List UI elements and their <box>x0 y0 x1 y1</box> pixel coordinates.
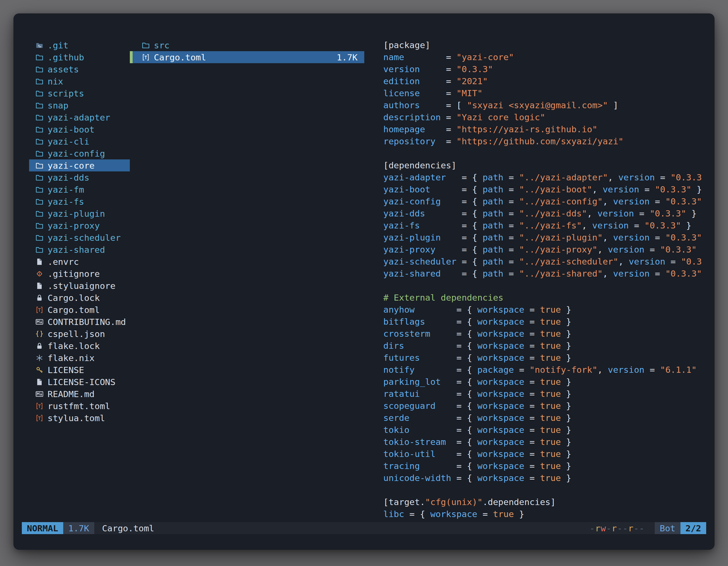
preview-line: # External dependencies <box>383 292 702 304</box>
lock-icon <box>35 293 44 302</box>
folder-icon <box>35 137 44 146</box>
file-permissions: -rw-r--r-- <box>590 523 645 533</box>
folder-icon <box>35 245 44 255</box>
dir-item-src[interactable]: src <box>130 39 364 51</box>
item-size: 1.7K <box>332 52 358 62</box>
preview-line: bitflags = { workspace = true } <box>383 316 702 328</box>
dir-item-nix[interactable]: nix <box>29 75 130 87</box>
preview-line: [target."cfg(unix)".dependencies] <box>383 496 702 508</box>
file-icon <box>35 281 44 290</box>
preview-line <box>383 484 702 496</box>
file-item-CONTRIBUTING.md[interactable]: CONTRIBUTING.md <box>29 316 130 328</box>
preview-line: unicode-width = { workspace = true } <box>383 472 702 484</box>
folder-icon <box>35 173 44 182</box>
dir-item-scripts[interactable]: scripts <box>29 87 130 99</box>
toml-icon <box>35 305 44 314</box>
preview-line: tokio-stream = { workspace = true } <box>383 436 702 448</box>
item-label: LICENSE <box>48 365 84 375</box>
preview-line: libc = { workspace = true } <box>383 508 702 520</box>
preview-line: yazi-scheduler = { path = "../yazi-sched… <box>383 256 702 268</box>
dir-item-yazi-shared[interactable]: yazi-shared <box>29 244 130 256</box>
file-item-stylua.toml[interactable]: stylua.toml <box>29 412 130 424</box>
dir-item-yazi-dds[interactable]: yazi-dds <box>29 172 130 184</box>
file-item-.gitignore[interactable]: .gitignore <box>29 268 130 280</box>
file-item-LICENSE-ICONS[interactable]: LICENSE-ICONS <box>29 376 130 388</box>
preview-line: yazi-boot = { path = "../yazi-boot", ver… <box>383 184 702 196</box>
item-label: nix <box>48 76 63 86</box>
folder-icon <box>35 113 44 122</box>
position-badge: Bot <box>655 522 680 534</box>
preview-pane: [package]name = "yazi-core"version = "0.… <box>383 39 702 522</box>
dir-item-yazi-scheduler[interactable]: yazi-scheduler <box>29 232 130 244</box>
dir-item-assets[interactable]: assets <box>29 63 130 75</box>
json-icon <box>35 329 44 339</box>
folder-icon <box>35 221 44 231</box>
file-item-Cargo.lock[interactable]: Cargo.lock <box>29 292 130 304</box>
folder-icon <box>35 233 44 243</box>
file-item-LICENSE[interactable]: LICENSE <box>29 364 130 376</box>
file-item-Cargo.toml[interactable]: Cargo.toml1.7K <box>130 51 364 63</box>
file-item-Cargo.toml[interactable]: Cargo.toml <box>29 304 130 316</box>
item-label: .envrc <box>48 257 79 267</box>
preview-line: [dependencies] <box>383 159 702 172</box>
dir-item-yazi-config[interactable]: yazi-config <box>29 147 130 159</box>
dir-item-yazi-fs[interactable]: yazi-fs <box>29 196 130 208</box>
dir-item-yazi-boot[interactable]: yazi-boot <box>29 123 130 135</box>
preview-line: license = "MIT" <box>383 87 702 99</box>
item-label: cspell.json <box>48 329 105 339</box>
preview-line: edition = "2021" <box>383 75 702 87</box>
dir-item-yazi-plugin[interactable]: yazi-plugin <box>29 208 130 220</box>
preview-line <box>383 280 702 292</box>
file-item-cspell.json[interactable]: cspell.json <box>29 328 130 340</box>
preview-line: version = "0.3.3" <box>383 63 702 75</box>
item-label: Cargo.toml <box>154 52 206 62</box>
preview-line: anyhow = { workspace = true } <box>383 304 702 316</box>
file-item-.envrc[interactable]: .envrc <box>29 256 130 268</box>
dir-item-yazi-cli[interactable]: yazi-cli <box>29 135 130 147</box>
dir-item-.github[interactable]: .github <box>29 51 130 63</box>
item-label: LICENSE-ICONS <box>48 377 116 387</box>
dir-item-yazi-proxy[interactable]: yazi-proxy <box>29 220 130 232</box>
preview-line: yazi-plugin = { path = "../yazi-plugin",… <box>383 232 702 244</box>
toml-icon <box>35 413 44 423</box>
dir-item-snap[interactable]: snap <box>29 99 130 111</box>
file-item-rustfmt.toml[interactable]: rustfmt.toml <box>29 400 130 412</box>
preview-line: ratatui = { workspace = true } <box>383 388 702 400</box>
file-icon <box>35 257 44 267</box>
preview-line: tracing = { workspace = true } <box>383 460 702 472</box>
file-item-.styluaignore[interactable]: .styluaignore <box>29 280 130 292</box>
git-icon <box>35 269 44 279</box>
file-item-README.md[interactable]: README.md <box>29 388 130 400</box>
preview-line: crossterm = { workspace = true } <box>383 328 702 340</box>
dir-item-yazi-adapter[interactable]: yazi-adapter <box>29 111 130 123</box>
dir-item-.git[interactable]: .git <box>29 39 130 51</box>
folder-icon <box>35 101 44 110</box>
folder-icon <box>35 53 44 62</box>
mode-badge: NORMAL <box>22 522 63 534</box>
item-label: .github <box>48 52 84 62</box>
item-label: src <box>154 40 170 50</box>
file-size-badge: 1.7K <box>63 522 94 534</box>
item-label: yazi-adapter <box>48 112 110 123</box>
dir-item-yazi-fm[interactable]: yazi-fm <box>29 184 130 196</box>
folder-icon <box>35 161 44 170</box>
preview-line: scopeguard = { workspace = true } <box>383 400 702 412</box>
preview-line: tokio = { workspace = true } <box>383 424 702 436</box>
status-right: -rw-r--r-- Bot 2/2 <box>590 522 706 534</box>
file-item-flake.nix[interactable]: flake.nix <box>29 352 130 364</box>
item-label: scripts <box>48 88 84 98</box>
file-item-flake.lock[interactable]: flake.lock <box>29 340 130 352</box>
preview-line: yazi-dds = { path = "../yazi-dds", versi… <box>383 208 702 220</box>
preview-line: yazi-proxy = { path = "../yazi-proxy", v… <box>383 244 702 256</box>
folder-icon <box>35 125 44 134</box>
dir-item-yazi-core[interactable]: yazi-core <box>29 159 130 172</box>
item-label: .styluaignore <box>48 281 116 291</box>
item-label: flake.nix <box>48 353 95 363</box>
preview-line: [package] <box>383 39 702 51</box>
panes-container: .git.githubassetsnixscriptssnapyazi-adap… <box>13 13 715 522</box>
yazi-window: .git.githubassetsnixscriptssnapyazi-adap… <box>13 13 715 550</box>
preview-line: tokio-util = { workspace = true } <box>383 448 702 460</box>
preview-line: repository = "https://github.com/sxyazi/… <box>383 135 702 147</box>
status-bar: NORMAL 1.7K Cargo.toml -rw-r--r-- Bot 2/… <box>22 522 706 534</box>
item-label: assets <box>48 64 79 74</box>
